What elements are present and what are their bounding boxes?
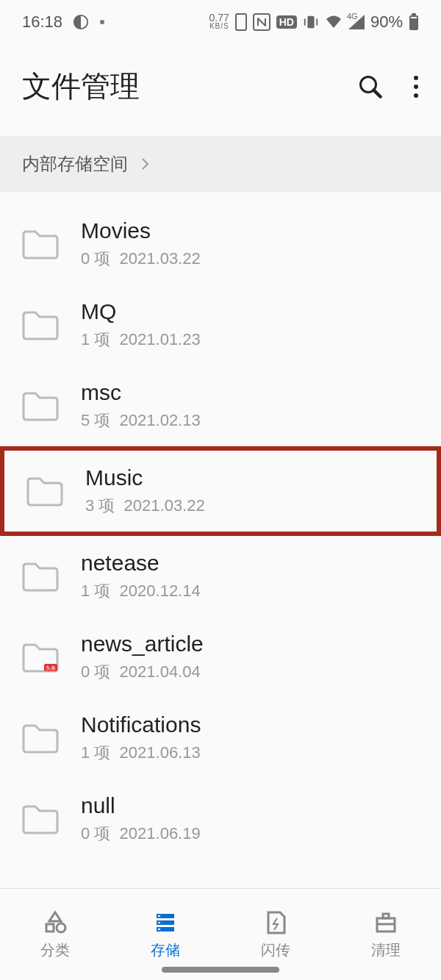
folder-meta: 1 项 2020.12.14 [81, 580, 201, 602]
nav-tab-icon [42, 909, 68, 936]
svg-rect-24 [158, 915, 160, 917]
nav-tab[interactable]: 清理 [331, 889, 441, 980]
folder-name: netease [81, 551, 201, 576]
svg-rect-28 [383, 914, 389, 918]
signal-icon: 4G [348, 15, 365, 29]
folder-row[interactable]: MQ 1 项 2021.01.23 [0, 285, 441, 365]
wifi-icon [325, 15, 343, 29]
svg-rect-5 [307, 16, 314, 29]
nfc-icon [253, 13, 270, 31]
folder-icon [22, 310, 59, 340]
folder-icon [22, 804, 59, 834]
svg-rect-3 [236, 14, 246, 30]
app-header: 文件管理 [0, 44, 441, 136]
folder-name: Music [85, 465, 205, 490]
folder-row[interactable]: netease 1 项 2020.12.14 [0, 536, 441, 617]
dot-icon [99, 19, 105, 25]
hd-badge: HD [276, 15, 297, 29]
folder-row[interactable]: Music 3 项 2021.03.22 [0, 446, 441, 536]
svg-point-14 [414, 85, 418, 89]
nav-tab-icon [152, 909, 179, 936]
nav-tab[interactable]: 分类 [0, 889, 110, 980]
folder-name: null [81, 793, 201, 818]
svg-rect-25 [158, 922, 160, 923]
page-title: 文件管理 [22, 66, 140, 107]
status-bar: 16:18 0.77 KB/S HD 4G 90% [0, 0, 441, 44]
net-speed: 0.77 KB/S [209, 13, 229, 31]
folder-name: msc [81, 380, 201, 405]
svg-point-2 [100, 20, 104, 24]
svg-line-12 [374, 90, 381, 96]
folder-icon [22, 723, 59, 754]
folder-name: MQ [81, 299, 201, 324]
svg-rect-26 [158, 929, 160, 930]
folder-meta: 1 项 2021.06.13 [81, 742, 201, 764]
folder-meta: 0 项 2021.03.22 [81, 248, 201, 270]
svg-rect-19 [46, 924, 54, 931]
folder-icon [26, 476, 63, 507]
globe-icon [73, 14, 89, 30]
folder-icon [22, 561, 59, 592]
vibrate-icon [303, 14, 319, 30]
battery-percent: 90% [370, 12, 403, 32]
nav-tab-icon [262, 909, 289, 936]
nav-tab-label: 存储 [151, 940, 180, 960]
folder-icon [22, 229, 59, 260]
folder-name: news_article [81, 632, 204, 657]
svg-point-15 [414, 93, 418, 98]
folder-meta: 3 项 2021.03.22 [85, 495, 205, 517]
nav-tab-label: 分类 [40, 940, 70, 960]
svg-marker-18 [49, 912, 61, 921]
folder-row[interactable]: Movies 0 项 2021.03.22 [0, 204, 441, 285]
folder-row[interactable]: 头条 news_article 0 项 2021.04.04 [0, 617, 441, 698]
status-time: 16:18 [22, 12, 62, 32]
chevron-right-icon [141, 157, 150, 171]
folder-meta: 5 项 2021.02.13 [81, 409, 201, 432]
folder-name: Notifications [81, 712, 201, 737]
svg-rect-9 [412, 13, 416, 15]
nav-tab-icon [373, 909, 399, 936]
svg-point-20 [57, 923, 65, 932]
phone-icon [235, 13, 247, 31]
folder-icon: 头条 [22, 642, 59, 673]
breadcrumb-root: 内部存储空间 [22, 152, 128, 176]
folder-row[interactable]: null 0 项 2021.06.19 [0, 779, 441, 859]
svg-rect-10 [411, 17, 417, 18]
folder-row[interactable]: msc 5 项 2021.02.13 [0, 365, 441, 446]
folder-meta: 1 项 2021.01.23 [81, 329, 201, 351]
battery-icon [409, 13, 419, 31]
more-vertical-icon [413, 74, 419, 100]
home-indicator [162, 967, 279, 973]
folder-name: Movies [81, 218, 201, 243]
nav-tab-label: 闪传 [261, 940, 290, 960]
more-button[interactable] [413, 74, 419, 100]
svg-point-13 [414, 76, 418, 80]
search-button[interactable] [357, 74, 384, 100]
nav-tab-label: 清理 [371, 940, 401, 960]
breadcrumb[interactable]: 内部存储空间 [0, 136, 441, 192]
folder-meta: 0 项 2021.04.04 [81, 661, 204, 683]
svg-text:头条: 头条 [46, 665, 56, 670]
folder-meta: 0 项 2021.06.19 [81, 823, 201, 845]
folder-icon [22, 390, 59, 421]
folder-list: Movies 0 项 2021.03.22 MQ 1 项 2021.01.23 … [0, 192, 441, 859]
folder-row[interactable]: Notifications 1 项 2021.06.13 [0, 698, 441, 779]
search-icon [357, 74, 384, 100]
